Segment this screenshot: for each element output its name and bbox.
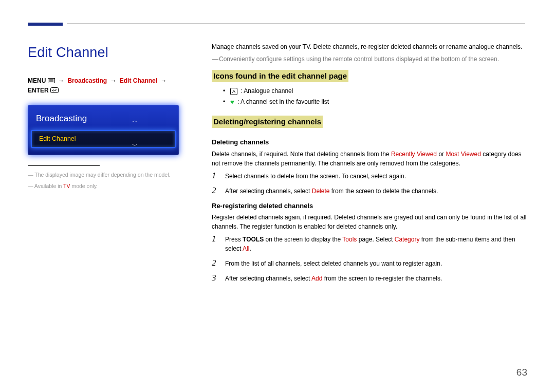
section-icons-title: Icons found in the edit channel page bbox=[212, 70, 348, 83]
menu-panel-title: Broadcasting bbox=[28, 112, 179, 130]
icon-item-analogue: A : Analogue channel bbox=[223, 86, 527, 96]
step-reg-1: 1 Press TOOLS on the screen to display t… bbox=[212, 234, 527, 253]
subhead-rereg: Re-registering deleted channels bbox=[212, 201, 527, 211]
top-rule bbox=[28, 18, 527, 29]
breadcrumb-broadcasting: Broadcasting bbox=[67, 77, 107, 84]
deleting-steps: 1Select channels to delete from the scre… bbox=[212, 171, 527, 196]
icons-list: A : Analogue channel ♥ : A channel set i… bbox=[212, 86, 527, 107]
page-number: 63 bbox=[516, 365, 527, 380]
menu-panel: Broadcasting ︿ Edit Channel ﹀ bbox=[28, 105, 179, 155]
step-del-1: 1Select channels to delete from the scre… bbox=[212, 171, 527, 181]
enter-button-icon bbox=[50, 86, 59, 96]
rereg-steps: 1 Press TOOLS on the screen to display t… bbox=[212, 234, 527, 283]
chevron-up-icon[interactable]: ︿ bbox=[132, 116, 138, 125]
page-title: Edit Channel bbox=[28, 42, 187, 63]
step-del-2: 2After selecting channels, select Delete… bbox=[212, 186, 527, 196]
step-reg-2: 2From the list of all channels, select d… bbox=[212, 258, 527, 268]
footnote-model: ― The displayed image may differ dependi… bbox=[28, 171, 187, 179]
menu-button-icon bbox=[48, 77, 55, 86]
breadcrumb-enter: ENTER bbox=[28, 87, 49, 94]
a-badge-icon: A bbox=[230, 88, 237, 95]
rereg-text: Register deleted channels again, if requ… bbox=[212, 213, 527, 231]
deleting-text: Delete channels, if required. Note that … bbox=[212, 150, 527, 168]
separator bbox=[28, 165, 100, 166]
breadcrumb: MENU → Broadcasting → Edit Channel → ENT… bbox=[28, 76, 187, 96]
breadcrumb-edit-channel: Edit Channel bbox=[120, 77, 157, 84]
chevron-down-icon[interactable]: ﹀ bbox=[132, 141, 138, 150]
section-deleting-title: Deleting/registering channels bbox=[212, 116, 323, 128]
heart-icon: ♥ bbox=[230, 98, 234, 106]
intro-text: Manage channels saved on your TV. Delete… bbox=[212, 42, 527, 51]
footnote-tvmode: ― Available in TV mode only. bbox=[28, 182, 187, 191]
icon-item-favourite: ♥ : A channel set in the favourite list bbox=[223, 97, 527, 107]
intro-note: ―Conveniently configure settings using t… bbox=[212, 54, 527, 64]
menu-selected-item[interactable]: Edit Channel bbox=[31, 130, 176, 148]
breadcrumb-menu: MENU bbox=[28, 77, 46, 84]
step-reg-3: 3After selecting channels, select Add fr… bbox=[212, 273, 527, 283]
subhead-deleting: Deleting channels bbox=[212, 137, 527, 147]
